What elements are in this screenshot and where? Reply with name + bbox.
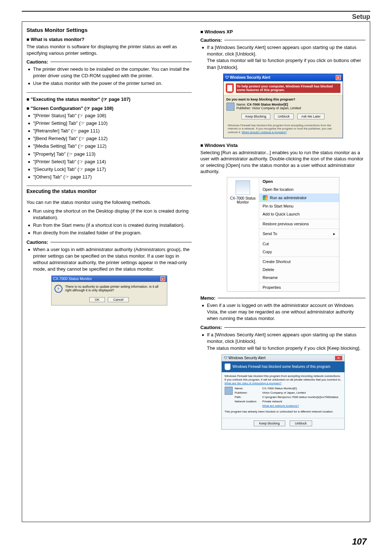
name-label: Name: — [235, 387, 260, 390]
context-menu-item[interactable]: Add to Quick Launch — [259, 210, 339, 218]
context-menu-item[interactable]: Delete — [259, 266, 339, 274]
context-menu-item[interactable]: Open file location — [259, 185, 339, 193]
cautions-label: Cautions: — [200, 325, 222, 330]
tab-link-item: "[Media Setting] Tab" (☞ page 112) — [28, 143, 192, 149]
network-locations-link[interactable]: What are network locations? — [262, 404, 339, 408]
tab-link-item: "[Printer Select] Tab" (☞ page 114) — [28, 159, 192, 165]
xp-alert-title: Windows Security Alert — [230, 75, 270, 79]
shield-icon: 🛡 — [224, 356, 228, 360]
executing-heading: Executing the status monitor — [26, 188, 192, 194]
context-menu-item[interactable]: Send To▸ — [259, 230, 339, 238]
cx-auth-dialog: CX-7000 Status Monitor X ? There is no a… — [51, 275, 167, 305]
what-is-body: The status monitor is software for displ… — [26, 44, 192, 56]
keep-blocking-button[interactable]: Keep Blocking — [241, 114, 270, 119]
tab-link-item: "[Security Lock] Tab" (☞ page 117) — [28, 166, 192, 173]
name-value: CX-7000 Status Monitor[E] — [262, 387, 339, 390]
close-icon[interactable]: X — [336, 75, 341, 80]
page-header: Setup — [22, 13, 370, 21]
context-menu-item[interactable]: Pin to Start Menu — [259, 202, 339, 210]
xp-footer-link[interactable]: When should I unblock a program? — [242, 131, 287, 134]
context-menu-item[interactable]: Copy — [259, 248, 339, 256]
executing-body: You can run the status monitor using the… — [26, 199, 192, 206]
shield-icon — [225, 364, 230, 370]
va-alert-title: Windows Security Alert — [228, 356, 265, 360]
what-is-heading: What is status monitor? — [26, 37, 192, 42]
left-column: Status Monitor Settings What is status m… — [26, 25, 192, 514]
right-column: Windows XP Cautions: If a [Windows Secur… — [200, 25, 366, 514]
program-icon — [225, 387, 233, 395]
program-icon — [236, 180, 250, 195]
vista-icon-label: CX-7000 Status Monitor — [229, 196, 257, 204]
windows-xp-heading: Windows XP — [200, 29, 366, 34]
tab-link-item: "[Printer Setting] Tab" (☞ page 110) — [28, 120, 192, 127]
va-lead-link[interactable]: What are the risks of unblocking a progr… — [225, 382, 282, 385]
exec-method-item: Run using the shortcut on the Desktop di… — [28, 208, 192, 221]
tab-link-item: "[Property] Tab" (☞ page 113) — [28, 151, 192, 157]
vista-context-menu: CX-7000 Status Monitor OpenOpen file loc… — [227, 177, 339, 292]
screen-config-heading: "Screen Configuration" (☞ page 108) — [26, 106, 192, 111]
ask-later-button[interactable]: Ask Me Later — [297, 114, 324, 119]
caution-item: The printer driver needs to be installed… — [28, 66, 192, 79]
close-icon[interactable]: X — [160, 276, 165, 281]
memo-item: Even if a user is logged on with the adm… — [202, 302, 366, 322]
context-menu-item[interactable]: Restore previous versions — [259, 220, 339, 228]
unblock-button[interactable]: Unblock — [290, 420, 313, 426]
va-lead-text: Windows Firewall has blocked this progra… — [225, 374, 342, 385]
shield-icon — [263, 195, 268, 200]
cx-dialog-title: CX-7000 Status Monitor — [53, 277, 92, 281]
network-value: Private network — [262, 400, 339, 403]
network-label: Network location: — [235, 400, 260, 403]
path-value: C:\program files\jvc\cx-7000 status moni… — [262, 395, 339, 399]
xp-question: Do you want to keep blocking this progra… — [226, 98, 340, 101]
program-icon — [226, 103, 234, 111]
shield-icon — [226, 83, 234, 93]
context-menu-item[interactable]: Open — [259, 177, 339, 185]
vista-body: Selecting [Run as administrator...] enab… — [200, 149, 366, 175]
tab-link-item: "[Others] Tab" (☞ page 117) — [28, 174, 192, 180]
context-menu-item[interactable]: Properties — [259, 283, 339, 291]
section-title: Status Monitor Settings — [26, 27, 192, 33]
caution-item: Use the status monitor with the power of… — [28, 80, 192, 87]
context-menu-item[interactable]: Run as administrator — [259, 193, 339, 202]
va-bar-text: Windows Firewall has blocked some featur… — [233, 365, 331, 369]
unblock-button[interactable]: Unblock — [274, 114, 294, 119]
name-value: CX-7000 Status Monitor[E] — [247, 103, 288, 106]
name-label: Name: — [237, 103, 246, 106]
cancel-button[interactable]: Cancel — [108, 297, 129, 302]
exec-method-item: Run directly from the installed folder o… — [28, 230, 192, 236]
publisher-value: Victor Company of Japan, Limited — [262, 391, 339, 395]
caution-item: If a [Windows Security Alert] screen app… — [202, 44, 366, 71]
xp-security-alert: 🛡 Windows Security Alert X To help prote… — [223, 74, 343, 138]
caution-item: When a user logs in with administrator a… — [28, 246, 192, 273]
shield-icon: 🛡 — [225, 75, 229, 79]
memo-label: Memo: — [200, 295, 216, 301]
context-menu-item[interactable]: Cut — [259, 240, 339, 248]
va-footer-text: This program has already been blocked or… — [225, 410, 342, 414]
cautions-label: Cautions: — [26, 239, 48, 245]
close-icon[interactable]: ✕ — [335, 356, 342, 360]
context-menu-item[interactable]: Rename — [259, 274, 339, 282]
chevron-right-icon: ▸ — [333, 231, 335, 236]
tab-link-item: "[Retransfer] Tab" (☞ page 111) — [28, 128, 192, 134]
keep-blocking-button[interactable]: Keep blocking — [254, 420, 285, 426]
ok-button[interactable]: OK — [89, 297, 105, 302]
windows-vista-heading: Windows Vista — [200, 143, 366, 148]
path-label: Path: — [235, 395, 260, 399]
exec-link-heading: "Executing the status monitor" (☞ page 1… — [26, 97, 192, 102]
caution-item: If a [Windows Security Alert] screen app… — [202, 332, 366, 352]
cx-dialog-message: There is no authority to update printer … — [65, 285, 164, 292]
publisher-label: Publisher: — [235, 391, 260, 395]
xp-warn-text: To help protect your computer, Windows F… — [236, 83, 340, 93]
xp-footer-text: Windows Firewall has blocked this progra… — [226, 122, 340, 136]
context-menu-item[interactable]: Create Shortcut — [259, 258, 339, 266]
cautions-label: Cautions: — [200, 37, 222, 43]
tab-link-item: "[Bend Remedy] Tab" (☞ page 112) — [28, 135, 192, 142]
page-number: 107 — [352, 537, 367, 547]
cautions-label: Cautions: — [26, 59, 48, 65]
exec-method-item: Run from the Start menu (if a shortcut i… — [28, 222, 192, 229]
publisher-label: Publisher: — [237, 106, 251, 110]
publisher-value: Victor Company of Japan, Limited — [252, 106, 301, 110]
tab-link-item: "[Printer Status] Tab" (☞ page 108) — [28, 112, 192, 119]
question-icon: ? — [54, 285, 62, 293]
vista-security-alert: 🛡 Windows Security Alert ✕ Windows Firew… — [221, 354, 345, 430]
